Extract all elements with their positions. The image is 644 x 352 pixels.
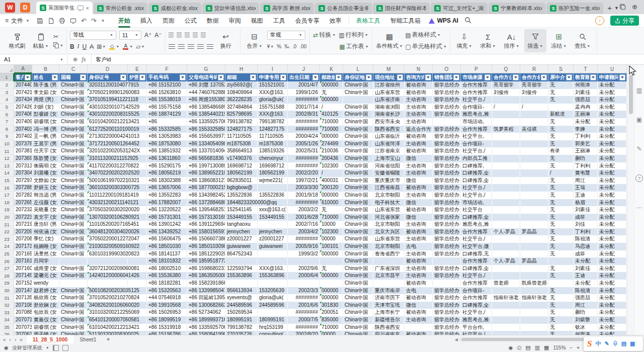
grid-cell[interactable]: +86 18182281	[147, 280, 187, 287]
grid-cell[interactable]: 社交平台,/	[461, 272, 492, 280]
grid-cell[interactable]: 500108200203035125	[88, 287, 128, 295]
grid-cell[interactable]: 未分配	[598, 302, 627, 309]
grid-cell[interactable]: 主动咨询	[405, 192, 433, 199]
grid-cell[interactable]: 主动咨询	[405, 169, 433, 177]
grid-cell[interactable]: 申请专用	[258, 73, 288, 81]
grid-cell[interactable]: China中国	[343, 155, 373, 162]
row-header[interactable]: 13	[0, 162, 14, 170]
grid-cell[interactable]: 无	[548, 162, 574, 170]
grid-cell[interactable]: 王迪	[574, 272, 598, 280]
filter-dropdown-icon[interactable]	[80, 74, 86, 80]
grid-cell[interactable]: +86 1899993716	[187, 316, 225, 324]
column-header[interactable]: D	[88, 65, 128, 73]
grid-cell[interactable]: 未分配	[598, 294, 627, 302]
grid-cell[interactable]: 周煜 (男)	[32, 96, 59, 104]
grid-cell[interactable]: 国籍	[59, 73, 88, 81]
grid-cell[interactable]: ########	[288, 162, 320, 170]
grid-cell[interactable]: China中国	[59, 287, 88, 295]
column-header[interactable]: T	[574, 65, 598, 73]
grid-cell[interactable]: 未分配	[598, 228, 627, 236]
grid-cell[interactable]: 未分配	[598, 104, 627, 111]
preview-icon[interactable]	[70, 18, 76, 24]
grid-cell[interactable]: 180995191	[258, 316, 288, 324]
grid-cell[interactable]: 未分配	[574, 257, 598, 265]
grid-cell[interactable]: 2000/6/4	[288, 272, 320, 280]
grid-cell[interactable]	[258, 250, 288, 258]
page-break-view-icon[interactable]: ▦	[544, 344, 549, 351]
grid-cell[interactable]: China中国	[59, 104, 88, 111]
select-all-corner[interactable]	[0, 65, 14, 73]
grid-cell[interactable]	[492, 302, 520, 309]
grid-cell[interactable]: 社交平台,	[461, 133, 492, 140]
merge-cells-button[interactable]: ⊟ 合并▼	[244, 29, 266, 52]
grid-cell[interactable]: 430102200208315525	[88, 111, 128, 118]
grid-cell[interactable]: +86 15731301	[147, 214, 187, 221]
grid-cell[interactable]: 610000	[320, 199, 343, 207]
grid-cell[interactable]	[225, 280, 258, 287]
grid-cell[interactable]	[520, 221, 548, 228]
grid-cell[interactable]: m1875308	[225, 140, 258, 148]
grid-cell[interactable]: 00000	[320, 235, 343, 243]
grid-cell[interactable]: /	[548, 169, 574, 177]
find-button[interactable]: 查找▼	[572, 29, 594, 52]
row-header[interactable]: 23	[0, 235, 14, 243]
column-header[interactable]: L	[343, 65, 373, 73]
underline-button[interactable]: U	[83, 43, 87, 50]
grid-cell[interactable]: 被动咨询	[405, 206, 433, 214]
grid-cell[interactable]	[258, 184, 288, 192]
grid-cell[interactable]: 无	[548, 199, 574, 207]
grid-cell[interactable]: 无	[548, 235, 574, 243]
grid-cell[interactable]: 301830	[320, 302, 343, 309]
grid-cell[interactable]: 155363896	[225, 272, 258, 280]
grid-cell[interactable]: China中国	[343, 221, 373, 228]
grid-cell[interactable]: 袁文宇 (女	[32, 214, 59, 221]
filter-dropdown-icon[interactable]	[312, 74, 318, 80]
vertical-scrollbar[interactable]	[627, 65, 634, 335]
grid-cell[interactable]: 未分配	[598, 96, 627, 104]
grid-cell[interactable]: 合作方推荐	[461, 89, 492, 97]
grid-cell[interactable]: 护照号	[128, 73, 147, 81]
grid-cell[interactable]: guiwanwei	[258, 243, 288, 250]
grid-cell[interactable]: China中国	[59, 199, 88, 207]
grid-cell[interactable]: 主动咨询	[405, 265, 433, 273]
grid-cell[interactable]: 包欣辰 (女	[32, 309, 59, 316]
grid-cell[interactable]: 广东省深圳	[373, 265, 405, 273]
row-header[interactable]: 16	[0, 184, 14, 192]
grid-cell[interactable]: 衡琬明 (女	[32, 162, 59, 170]
grid-cell[interactable]	[128, 280, 147, 287]
grid-cell[interactable]: 留学总经办	[433, 287, 461, 295]
grid-cell[interactable]: 留学总经办	[433, 309, 461, 316]
grid-cell[interactable]: 周江	[574, 302, 598, 309]
grid-cell[interactable]: China中国	[343, 133, 373, 140]
ime-pen-icon[interactable]: ✎	[604, 340, 609, 347]
grid-cell[interactable]	[520, 96, 548, 104]
grid-cell[interactable]: China中国	[343, 214, 373, 221]
grid-cell[interactable]	[492, 140, 520, 148]
grid-cell[interactable]: 留学总经办	[433, 147, 461, 155]
grid-cell[interactable]: China中国	[343, 250, 373, 258]
grid-cell[interactable]: +86 1580841990	[187, 331, 225, 335]
grid-cell[interactable]	[492, 169, 520, 177]
grid-cell[interactable]: +86 1506607386	[187, 235, 225, 243]
grid-cell[interactable]: +86 1580156591	[187, 228, 225, 236]
row-header[interactable]: 2	[0, 81, 14, 89]
grid-cell[interactable]: 117110505	[225, 133, 258, 140]
grid-cell[interactable]: 207369	[14, 155, 32, 162]
print-icon[interactable]	[59, 18, 65, 24]
fill-color-button[interactable]: ◇▼	[109, 43, 119, 50]
grid-cell[interactable]	[492, 250, 520, 258]
grid-cell[interactable]: 留学总经办	[433, 206, 461, 214]
grid-cell[interactable]: 江苏省南京	[373, 147, 405, 155]
grid-cell[interactable]: 黄嘉仪 (女	[32, 316, 59, 324]
grid-cell[interactable]: 江苏省徐州	[373, 81, 405, 89]
grid-cell[interactable]: 207173	[14, 243, 32, 250]
grid-cell[interactable]	[520, 169, 548, 177]
formula-input[interactable]: 客户id	[92, 54, 111, 64]
grid-cell[interactable]: 无	[548, 184, 574, 192]
grid-cell[interactable]: 108409964	[225, 89, 258, 97]
grid-cell[interactable]: 110105200207165451	[88, 221, 128, 228]
grid-cell[interactable]: 2001/9/18	[288, 192, 320, 199]
grid-cell[interactable]: China中国	[343, 228, 373, 236]
grid-cell[interactable]: +86 17882007	[147, 199, 187, 207]
grid-cell[interactable]: 207265	[14, 199, 32, 207]
